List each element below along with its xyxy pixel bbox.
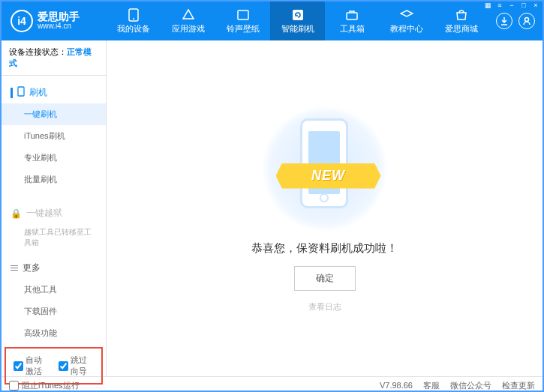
menu-pro-flash[interactable]: 专业刷机 xyxy=(2,147,106,169)
win-min[interactable]: − xyxy=(506,1,517,9)
refresh-icon xyxy=(291,8,305,22)
svg-rect-2 xyxy=(238,10,248,19)
toolbox-icon xyxy=(345,8,359,22)
svg-point-5 xyxy=(525,18,529,22)
nav-ringtones[interactable]: 铃声壁纸 xyxy=(215,1,270,40)
wallpaper-icon xyxy=(236,8,250,22)
logo-area: i4 爱思助手 www.i4.cn xyxy=(2,10,107,32)
svg-rect-4 xyxy=(347,13,357,19)
section-jailbreak: 🔒 一键越狱 xyxy=(2,202,106,224)
nav-my-device[interactable]: 我的设备 xyxy=(107,1,161,40)
menu-itunes-flash[interactable]: iTunes刷机 xyxy=(2,125,106,147)
checkbox-skip-guide[interactable]: 跳过向导 xyxy=(59,355,95,377)
win-max[interactable]: □ xyxy=(518,1,529,9)
menu-download-firmware[interactable]: 下载固件 xyxy=(2,301,106,322)
svg-rect-3 xyxy=(293,10,303,20)
store-icon xyxy=(455,8,468,22)
lock-icon: 🔒 xyxy=(11,208,22,219)
connection-status: 设备连接状态：正常模式 xyxy=(2,40,106,76)
confirm-button[interactable]: 确定 xyxy=(294,266,356,291)
user-button[interactable] xyxy=(518,13,535,29)
app-url: www.i4.cn xyxy=(38,22,80,31)
list-icon xyxy=(11,264,18,272)
sidebar: 设备连接状态：正常模式 刷机 一键刷机 iTunes刷机 专业刷机 批量刷机 🔒… xyxy=(2,40,107,376)
apps-icon xyxy=(182,8,195,22)
svg-rect-6 xyxy=(18,87,24,96)
nav-toolbox[interactable]: 工具箱 xyxy=(325,1,380,40)
app-logo-icon: i4 xyxy=(11,10,33,32)
update-link[interactable]: 检查更新 xyxy=(502,380,535,391)
section-more: 更多 xyxy=(2,257,106,279)
options-highlighted: 自动激活 跳过向导 xyxy=(5,347,103,385)
main-nav: 我的设备 应用游戏 铃声壁纸 智能刷机 工具箱 教程中心 爱思商城 xyxy=(107,1,488,40)
phone-small-icon xyxy=(17,86,25,99)
phone-icon xyxy=(127,8,140,22)
menu-advanced[interactable]: 高级功能 xyxy=(2,322,106,344)
nav-flash[interactable]: 智能刷机 xyxy=(270,1,325,40)
success-illustration: NEW xyxy=(269,105,381,232)
section-flash: 刷机 xyxy=(2,82,106,103)
header: i4 爱思助手 www.i4.cn 我的设备 应用游戏 铃声壁纸 智能刷机 工具… xyxy=(2,1,542,40)
download-button[interactable] xyxy=(496,13,512,29)
menu-other-tools[interactable]: 其他工具 xyxy=(2,279,106,301)
service-link[interactable]: 客服 xyxy=(423,380,440,391)
menu-oneclick-flash[interactable]: 一键刷机 xyxy=(2,103,106,125)
win-skin[interactable]: ▦ xyxy=(482,1,493,9)
menu-batch-flash[interactable]: 批量刷机 xyxy=(2,169,106,190)
wechat-link[interactable]: 微信公众号 xyxy=(450,380,491,391)
graduation-icon xyxy=(400,8,413,22)
app-title: 爱思助手 xyxy=(38,11,80,22)
svg-point-1 xyxy=(133,18,134,19)
view-log-link[interactable]: 查看日志 xyxy=(308,301,341,313)
jailbreak-note: 越狱工具已转移至工具箱 xyxy=(2,224,106,251)
win-close[interactable]: × xyxy=(530,1,541,9)
main-content: NEW 恭喜您，保资料刷机成功啦！ 确定 查看日志 xyxy=(107,40,542,376)
new-ribbon: NEW xyxy=(276,163,381,189)
success-message: 恭喜您，保资料刷机成功啦！ xyxy=(251,241,398,256)
nav-tutorials[interactable]: 教程中心 xyxy=(380,1,434,40)
nav-apps[interactable]: 应用游戏 xyxy=(161,1,216,40)
checkbox-block-itunes[interactable]: 阻止iTunes运行 xyxy=(9,380,80,391)
win-menu[interactable]: ≡ xyxy=(494,1,505,9)
checkbox-auto-activate[interactable]: 自动激活 xyxy=(14,355,50,377)
version-label: V7.98.66 xyxy=(380,381,413,390)
